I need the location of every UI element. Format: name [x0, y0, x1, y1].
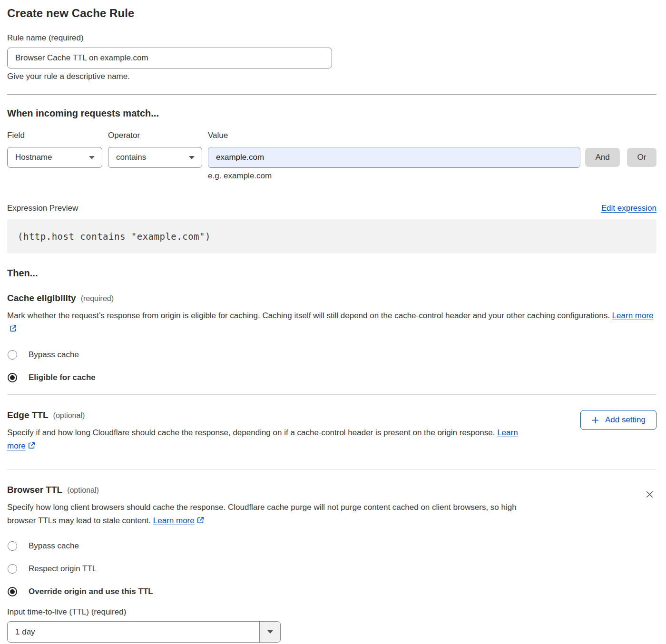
external-link-icon: [28, 440, 36, 454]
radio-circle[interactable]: [8, 350, 17, 360]
operator-column-label: Operator: [108, 131, 208, 140]
field-column-label: Field: [7, 131, 108, 140]
ttl-select-arrow[interactable]: [259, 622, 280, 642]
value-help: e.g. example.com: [208, 171, 656, 181]
chevron-down-icon: [89, 156, 95, 159]
edge-ttl-heading: Edge TTL: [7, 410, 49, 420]
radio-eligible-for-cache[interactable]: Eligible for cache: [8, 373, 656, 382]
chevron-down-icon: [267, 630, 273, 634]
radio-circle-selected[interactable]: [8, 373, 17, 382]
then-heading: Then...: [7, 268, 656, 279]
plus-icon: [591, 416, 599, 424]
browser-ttl-heading: Browser TTL: [7, 485, 62, 495]
value-column-label: Value: [208, 131, 228, 140]
operator-select[interactable]: contains: [108, 147, 202, 168]
page-title: Create new Cache Rule: [7, 7, 656, 20]
radio-circle[interactable]: [8, 541, 17, 551]
browser-ttl-qualifier: (optional): [67, 486, 99, 495]
create-cache-rule-form: Create new Cache Rule Rule name (require…: [0, 7, 666, 643]
ttl-select-value: 1 day: [8, 622, 259, 642]
rule-name-help: Give your rule a descriptive name.: [7, 72, 656, 81]
expression-code: (http.host contains "example.com"): [7, 219, 656, 254]
browser-ttl-description: Specify how long client browsers should …: [7, 501, 530, 528]
radio-respect-origin-ttl[interactable]: Respect origin TTL: [8, 564, 656, 574]
chevron-down-icon: [189, 156, 195, 159]
divider: [7, 394, 656, 395]
external-link-icon: [9, 323, 17, 337]
divider: [7, 94, 656, 95]
browser-ttl-learn-more-link[interactable]: Learn more: [153, 516, 195, 525]
operator-select-value: contains: [116, 153, 146, 162]
and-button[interactable]: And: [585, 148, 620, 167]
cache-eligibility-learn-more-link[interactable]: Learn more: [612, 311, 654, 320]
rule-name-label: Rule name (required): [7, 33, 656, 43]
expression-preview-label: Expression Preview: [7, 204, 78, 213]
cache-eligibility-qualifier: (required): [81, 294, 114, 303]
field-select-value: Hostname: [15, 153, 52, 162]
radio-bt-bypass-cache[interactable]: Bypass cache: [8, 541, 656, 551]
radio-circle-selected[interactable]: [8, 587, 17, 596]
rule-name-input[interactable]: [7, 48, 332, 68]
ttl-input-label: Input time-to-live (TTL) (required): [7, 607, 656, 617]
or-button[interactable]: Or: [627, 148, 656, 167]
radio-bypass-cache[interactable]: Bypass cache: [8, 350, 656, 360]
edge-ttl-description: Specify if and how long Cloudflare shoul…: [7, 426, 530, 454]
external-link-icon: [196, 515, 205, 528]
add-setting-button[interactable]: Add setting: [580, 410, 656, 430]
radio-override-origin-ttl[interactable]: Override origin and use this TTL: [8, 587, 656, 596]
edge-ttl-qualifier: (optional): [53, 411, 85, 420]
ttl-select[interactable]: 1 day: [7, 621, 281, 643]
close-icon: [645, 489, 655, 499]
value-input[interactable]: [208, 147, 580, 168]
edit-expression-link[interactable]: Edit expression: [601, 204, 656, 213]
cache-eligibility-description: Mark whether the request’s response from…: [7, 309, 656, 337]
match-heading: When incoming requests match...: [7, 108, 656, 119]
field-select[interactable]: Hostname: [7, 147, 102, 168]
remove-browser-ttl-button[interactable]: [643, 488, 656, 501]
cache-eligibility-heading: Cache eligibility: [7, 293, 76, 303]
radio-circle[interactable]: [8, 564, 17, 574]
divider: [7, 469, 656, 469]
